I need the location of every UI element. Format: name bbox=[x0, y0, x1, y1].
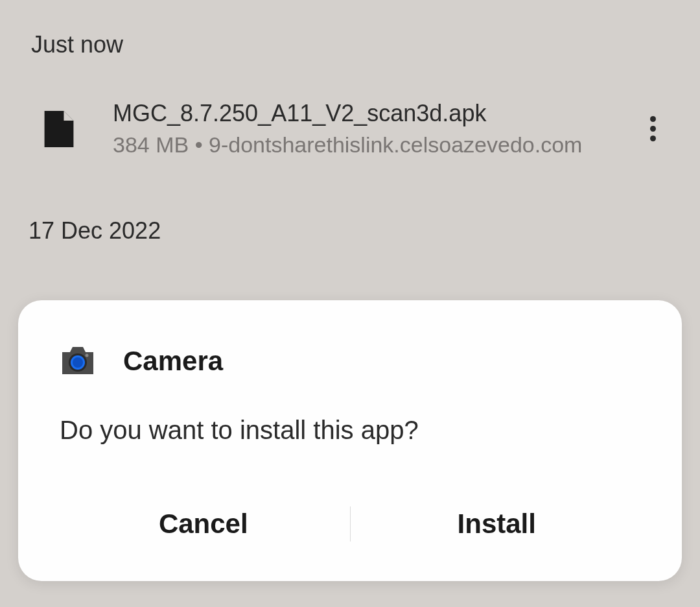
more-options-icon[interactable] bbox=[642, 108, 664, 149]
install-button[interactable]: Install bbox=[351, 498, 644, 550]
app-name: Camera bbox=[123, 346, 223, 377]
dialog-buttons: Cancel Install bbox=[57, 498, 643, 550]
dialog-message: Do you want to install this app? bbox=[60, 416, 643, 445]
file-item[interactable]: MGC_8.7.250_A11_V2_scan3d.apk 384 MB • 9… bbox=[31, 92, 669, 165]
file-name: MGC_8.7.250_A11_V2_scan3d.apk bbox=[113, 100, 642, 127]
file-icon bbox=[44, 111, 74, 147]
install-dialog-overlay: Camera Do you want to install this app? … bbox=[18, 300, 682, 581]
svg-point-3 bbox=[73, 357, 83, 368]
dialog-header: Camera bbox=[57, 340, 643, 382]
cancel-button[interactable]: Cancel bbox=[57, 498, 350, 550]
camera-icon bbox=[57, 340, 99, 382]
section-header-just-now: Just now bbox=[31, 31, 669, 58]
section-header-date: 17 Dec 2022 bbox=[29, 217, 669, 244]
svg-point-0 bbox=[86, 354, 89, 357]
install-dialog: Camera Do you want to install this app? … bbox=[18, 300, 682, 581]
file-meta: 384 MB • 9-dontsharethislink.celsoazeved… bbox=[113, 132, 642, 158]
file-info: MGC_8.7.250_A11_V2_scan3d.apk 384 MB • 9… bbox=[113, 100, 642, 158]
downloads-list: Just now MGC_8.7.250_A11_V2_scan3d.apk 3… bbox=[0, 0, 700, 244]
